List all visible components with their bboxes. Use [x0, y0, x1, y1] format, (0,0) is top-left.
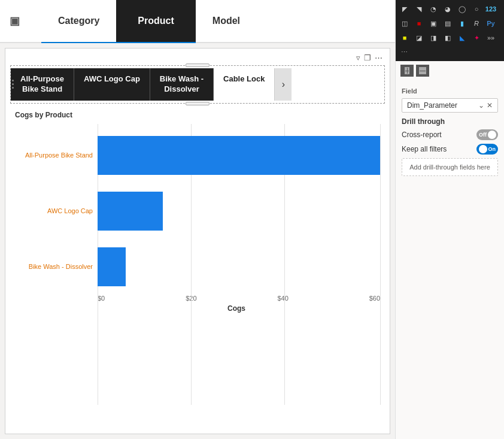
- tabs-row: ▣ Category Product Model: [0, 0, 395, 43]
- slicer-area: All-PurposeBike Stand AWC Logo Cap Bike …: [10, 65, 385, 104]
- sidebar-icon-3[interactable]: ◔: [427, 2, 440, 16]
- tab-model[interactable]: Model: [196, 0, 257, 42]
- sidebar-icon-19[interactable]: ◣: [456, 31, 469, 44]
- cross-report-toggle[interactable]: Off: [476, 129, 498, 140]
- field-label: Field: [402, 87, 498, 95]
- sidebar-icon-9[interactable]: ■: [412, 17, 426, 30]
- page-icon: ▣: [10, 14, 20, 28]
- tab-category-text: Category: [58, 16, 99, 26]
- x-axis-title: Cogs: [15, 304, 380, 313]
- toggle-off-label: Off: [479, 132, 487, 138]
- sidebar-icon-17[interactable]: ◨: [427, 31, 440, 44]
- right-sidebar: ◤ ◥ ◔ ◕ ◯ ○ 123 ◫ ■ ▣ ▤ ▮ R Py ■ ◪ ◨ ◧ ◣…: [395, 0, 504, 439]
- keep-all-filters-label: Keep all filters: [402, 145, 447, 153]
- slicer-item-awc[interactable]: AWC Logo Cap: [74, 68, 150, 101]
- sidebar-icon-6[interactable]: ○: [470, 2, 483, 16]
- bar-fill-1[interactable]: [98, 136, 380, 175]
- drill-section: Drill through Cross-report Off Keep all …: [396, 117, 504, 181]
- chart-title: Cogs by Product: [15, 111, 380, 119]
- sidebar-icon-2[interactable]: ◥: [412, 2, 426, 16]
- sidebar-icon-7[interactable]: 123: [484, 2, 497, 16]
- slicer-tabs: All-PurposeBike Stand AWC Logo Cap Bike …: [11, 68, 384, 101]
- toggle-knob: [488, 131, 496, 139]
- drag-dot: [12, 83, 14, 85]
- tab-product-text: Product: [138, 16, 174, 26]
- cross-report-row: Cross-report Off: [402, 129, 498, 140]
- sidebar-icon-chevron[interactable]: »»: [484, 31, 497, 44]
- bar-track-1: [98, 136, 380, 175]
- sidebar-icon-12[interactable]: ▮: [456, 17, 469, 30]
- sidebar-icon-15[interactable]: ■: [398, 31, 411, 44]
- more-options-icon[interactable]: ⋯: [375, 53, 382, 62]
- sidebar-icon-8[interactable]: ◫: [398, 17, 411, 30]
- drill-through-label: Drill through: [402, 117, 498, 126]
- x-tick-60: $60: [369, 295, 380, 302]
- grid-line-60: [380, 124, 381, 405]
- bar-label-3: Bike Wash - Dissolver: [15, 263, 93, 270]
- focus-icon[interactable]: ❐: [364, 53, 371, 62]
- visual-container: ▿ ❐ ⋯ All-PurposeBike Stand AWC Logo Cap…: [5, 48, 390, 434]
- tab-model-text: Model: [212, 16, 240, 26]
- drag-dot: [12, 87, 14, 89]
- slicer-item-bike-wash[interactable]: Bike Wash -Dissolver: [150, 68, 214, 101]
- bar-track-3: [98, 247, 380, 286]
- cross-report-label: Cross-report: [402, 131, 442, 139]
- sidebar-icon-14[interactable]: Py: [484, 17, 497, 30]
- tab-category[interactable]: ▣: [0, 0, 41, 42]
- filter-icon[interactable]: ▿: [356, 53, 360, 62]
- sidebar-panel-row: [396, 61, 504, 80]
- toggle-on-label: On: [488, 146, 496, 152]
- sidebar-icon-5[interactable]: ◯: [456, 2, 469, 16]
- bar-row-3: Bike Wash - Dissolver: [15, 247, 380, 286]
- bar-row-2: AWC Logo Cap: [15, 192, 380, 231]
- panel-icon-right[interactable]: [416, 65, 429, 77]
- keep-all-filters-toggle[interactable]: On: [476, 144, 498, 155]
- bar-label-1: All-Purpose Bike Stand: [15, 152, 93, 159]
- slicer-item-all-purpose[interactable]: All-PurposeBike Stand: [11, 68, 74, 101]
- chevron-down-icon[interactable]: ⌄: [478, 101, 484, 110]
- sidebar-icon-4[interactable]: ◕: [441, 2, 454, 16]
- resize-handle-top[interactable]: [186, 63, 210, 67]
- x-tick-20: $20: [186, 295, 196, 302]
- bar-label-2: AWC Logo Cap: [15, 207, 93, 214]
- bar-row-1: All-Purpose Bike Stand: [15, 136, 380, 175]
- clear-field-icon[interactable]: ✕: [487, 101, 493, 110]
- sidebar-icons-top: ◤ ◥ ◔ ◕ ◯ ○ 123 ◫ ■ ▣ ▤ ▮ R Py ■ ◪ ◨ ◧ ◣…: [396, 0, 504, 61]
- drill-fields-placeholder[interactable]: Add drill-through fields here: [402, 158, 498, 176]
- sidebar-icon-16[interactable]: ◪: [412, 31, 426, 44]
- drag-dot: [12, 80, 14, 81]
- main-area: ▣ Category Product Model ▿ ❐ ⋯ All-Purpo…: [0, 0, 395, 439]
- field-dropdown-value: Dim_Parameter: [407, 101, 478, 110]
- sidebar-icon-11[interactable]: ▤: [441, 17, 454, 30]
- sidebar-icon-10[interactable]: ▣: [427, 17, 440, 30]
- toggle-knob-on: [479, 145, 487, 153]
- field-dropdown[interactable]: Dim_Parameter ⌄ ✕: [402, 98, 498, 113]
- x-tick-40: $40: [277, 295, 288, 302]
- tab-category-label[interactable]: Category: [41, 0, 116, 43]
- resize-handle-bottom[interactable]: [186, 102, 210, 105]
- chart-area: Cogs by Product All-Purpose Bike Stand: [5, 106, 390, 434]
- field-dropdown-icons: ⌄ ✕: [478, 101, 493, 110]
- panel-icon-left[interactable]: [400, 65, 414, 77]
- sidebar-icon-20[interactable]: ✦: [470, 31, 483, 44]
- sidebar-icon-dots[interactable]: ⋯: [398, 46, 411, 59]
- tab-product[interactable]: Product: [116, 0, 195, 42]
- bar-fill-2[interactable]: [98, 192, 163, 231]
- slicer-next-button[interactable]: ›: [275, 68, 292, 101]
- slicer-drag-handle: [12, 66, 14, 103]
- visual-toolbar: ▿ ❐ ⋯: [351, 51, 387, 65]
- sidebar-icon-18[interactable]: ◧: [441, 31, 454, 44]
- field-section: Field Dim_Parameter ⌄ ✕: [396, 80, 504, 117]
- sidebar-icon-13[interactable]: R: [470, 17, 483, 30]
- x-axis-ticks: $0 $20 $40 $60: [15, 295, 380, 302]
- slicer-item-cable-lock[interactable]: Cable Lock: [214, 68, 275, 101]
- bar-fill-3[interactable]: [98, 247, 126, 286]
- x-tick-0: $0: [98, 295, 105, 302]
- bar-track-2: [98, 192, 380, 231]
- keep-all-filters-row: Keep all filters On: [402, 144, 498, 155]
- sidebar-icon-1[interactable]: ◤: [398, 2, 411, 16]
